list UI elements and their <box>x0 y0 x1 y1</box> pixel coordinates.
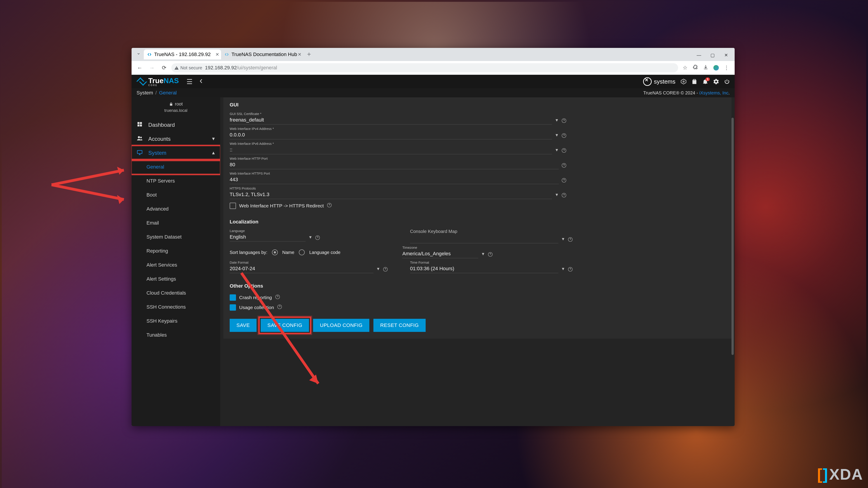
sidebar-item-sysdataset[interactable]: System Dataset <box>131 230 220 244</box>
sidebar-user: root truenas.local <box>131 97 220 118</box>
help-icon[interactable] <box>561 178 566 184</box>
window-close-button[interactable]: ✕ <box>719 51 733 60</box>
browser-menu-icon[interactable]: ⋮ <box>724 65 729 71</box>
window-maximize-button[interactable]: ▢ <box>706 51 719 60</box>
sidebar-item-ntp[interactable]: NTP Servers <box>131 174 220 188</box>
sidebar-collapse-button[interactable] <box>195 78 207 85</box>
close-tab-icon[interactable]: ✕ <box>298 52 302 57</box>
dateformat-select[interactable]: 2024-07-24 <box>230 264 373 273</box>
crash-reporting-checkbox[interactable]: Crash reporting <box>230 291 732 301</box>
dropdown-icon[interactable]: ▼ <box>555 148 559 154</box>
site-security-chip[interactable]: Not secure <box>175 65 202 70</box>
sidebar-item-ssh-connections[interactable]: SSH Connections <box>131 300 220 314</box>
help-icon[interactable] <box>275 294 280 301</box>
ipv6-select[interactable]: :: <box>230 145 552 154</box>
timeformat-select[interactable]: 01:03:36 (24 Hours) <box>410 264 558 273</box>
sidebar-item-boot[interactable]: Boot <box>131 188 220 202</box>
sidebar-hostname: truenas.local <box>131 108 220 113</box>
extensions-icon[interactable] <box>692 64 698 71</box>
dropdown-icon[interactable]: ▼ <box>555 133 559 139</box>
help-icon[interactable] <box>315 235 320 241</box>
dropdown-icon[interactable]: ▼ <box>561 237 565 243</box>
cert-select[interactable]: freenas_default <box>230 116 552 125</box>
timezone-select[interactable]: America/Los_Angeles <box>402 250 478 258</box>
power-icon[interactable] <box>721 76 733 87</box>
help-icon[interactable] <box>561 193 566 199</box>
sort-code-label: Language code <box>309 250 340 255</box>
content-area: GUI GUI SSL Certificate * freenas_defaul… <box>220 97 735 426</box>
nav-reload-button[interactable]: ⟳ <box>159 63 169 73</box>
breadcrumb-general[interactable]: General <box>159 90 177 96</box>
help-icon[interactable] <box>568 237 573 243</box>
help-icon[interactable] <box>327 203 332 209</box>
language-select[interactable]: English <box>230 233 306 241</box>
help-icon[interactable] <box>561 133 566 139</box>
window-minimize-button[interactable]: — <box>692 51 706 60</box>
logo-mark-icon <box>138 78 146 86</box>
tab-truenas[interactable]: TrueNAS - 192.168.29.92 ✕ <box>144 50 221 59</box>
ipv4-select[interactable]: 0.0.0.0 <box>230 131 552 139</box>
help-icon[interactable] <box>568 267 573 273</box>
scrollbar-track[interactable] <box>732 97 734 426</box>
sidebar-item-tunables[interactable]: Tunables <box>131 328 220 342</box>
nav-forward-button[interactable]: → <box>147 63 157 73</box>
sidebar-item-reporting[interactable]: Reporting <box>131 244 220 258</box>
kbd-select[interactable] <box>410 234 558 243</box>
sort-name-radio[interactable] <box>272 250 278 255</box>
truecommand-icon[interactable] <box>678 76 689 87</box>
help-icon[interactable] <box>561 148 566 154</box>
sidebar-item-advanced[interactable]: Advanced <box>131 202 220 216</box>
sidebar-item-accounts[interactable]: Accounts ▼ <box>131 132 220 146</box>
tab-docs[interactable]: TrueNAS Documentation Hub ✕ <box>221 50 303 59</box>
help-icon[interactable] <box>383 267 388 273</box>
settings-icon[interactable] <box>711 76 721 87</box>
sort-code-radio[interactable] <box>299 250 305 255</box>
sidebar-item-system[interactable]: System ▲ <box>131 146 220 160</box>
save-button[interactable]: SAVE <box>230 319 256 332</box>
http-port-input[interactable]: 80 <box>230 160 559 169</box>
new-tab-button[interactable]: ＋ <box>305 50 313 58</box>
svg-line-22 <box>52 170 124 185</box>
help-icon[interactable] <box>277 304 282 311</box>
notifications-icon[interactable]: 1 <box>700 76 711 87</box>
sidebar-item-dashboard[interactable]: Dashboard <box>131 118 220 132</box>
nav-back-button[interactable]: ← <box>135 63 145 73</box>
truenas-logo[interactable]: TrueNAS CORE <box>131 76 185 87</box>
sidebar-item-email[interactable]: Email <box>131 216 220 230</box>
dropdown-icon[interactable]: ▼ <box>481 252 485 258</box>
help-icon[interactable] <box>561 118 566 125</box>
sidebar-toggle-button[interactable]: ☰ <box>185 78 195 86</box>
help-icon[interactable] <box>561 163 566 169</box>
breadcrumb-system[interactable]: System <box>136 90 153 96</box>
dropdown-icon[interactable]: ▼ <box>308 235 312 241</box>
profile-avatar[interactable] <box>713 65 719 70</box>
help-icon[interactable] <box>488 252 493 258</box>
https-redirect-checkbox[interactable]: Web Interface HTTP -> HTTPS Redirect <box>230 199 732 209</box>
dropdown-icon[interactable]: ▼ <box>555 193 559 199</box>
https-proto-select[interactable]: TLSv1.2, TLSv1.3 <box>230 190 552 199</box>
https-port-input[interactable]: 443 <box>230 175 559 184</box>
save-config-button[interactable]: SAVE CONFIG <box>260 319 309 332</box>
scrollbar-thumb[interactable] <box>732 118 734 355</box>
usage-collection-label: Usage collection <box>239 305 274 310</box>
upload-config-button[interactable]: UPLOAD CONFIG <box>313 319 369 332</box>
ixsystems-link[interactable]: systems <box>640 77 678 86</box>
sidebar-item-ssh-keypairs[interactable]: SSH Keypairs <box>131 314 220 328</box>
ixsystems-footer-link[interactable]: iXsystems, Inc <box>700 90 728 95</box>
sidebar-item-cloud-credentials[interactable]: Cloud Credentials <box>131 286 220 300</box>
reset-config-button[interactable]: RESET CONFIG <box>373 319 426 332</box>
usage-collection-checkbox[interactable]: Usage collection <box>230 301 732 311</box>
downloads-icon[interactable] <box>703 64 708 71</box>
bookmark-icon[interactable]: ☆ <box>683 65 688 71</box>
dropdown-icon[interactable]: ▼ <box>376 267 380 273</box>
https-port-label: Web Interface HTTPS Port <box>230 171 566 175</box>
dropdown-icon[interactable]: ▼ <box>555 118 559 125</box>
tab-search-button[interactable] <box>135 50 143 58</box>
sidebar-item-general[interactable]: General <box>131 160 220 174</box>
omnibox[interactable]: Not secure 192.168.29.92/ui/system/gener… <box>171 63 678 72</box>
dropdown-icon[interactable]: ▼ <box>561 267 565 273</box>
sidebar-item-alert-settings[interactable]: Alert Settings <box>131 272 220 286</box>
sidebar-item-alert-services[interactable]: Alert Services <box>131 258 220 272</box>
close-tab-icon[interactable]: ✕ <box>215 52 219 57</box>
clipboard-icon[interactable] <box>689 76 700 87</box>
